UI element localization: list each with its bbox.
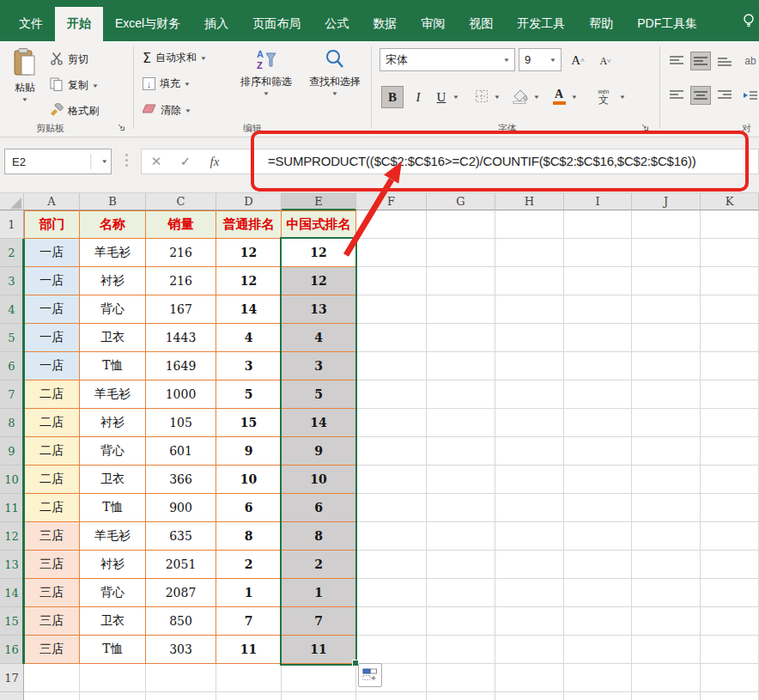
- tab-pdf-tools[interactable]: PDF工具集: [625, 7, 709, 41]
- cell-A18[interactable]: [24, 692, 80, 700]
- cell-J1[interactable]: [632, 210, 701, 239]
- cell-A7[interactable]: 二店: [24, 380, 80, 409]
- cell-J15[interactable]: [632, 607, 701, 636]
- cell-G6[interactable]: [427, 352, 495, 380]
- cell-I2[interactable]: [564, 239, 632, 267]
- cell-F13[interactable]: [356, 551, 427, 579]
- tab-home[interactable]: 开始: [55, 7, 103, 41]
- tab-help[interactable]: 帮助: [577, 7, 625, 41]
- cell-A1[interactable]: 部门: [24, 210, 80, 239]
- cell-A17[interactable]: [24, 664, 80, 692]
- cell-K5[interactable]: [701, 324, 759, 352]
- cell-J9[interactable]: [632, 437, 701, 466]
- cell-K15[interactable]: [701, 607, 759, 636]
- cell-H3[interactable]: [495, 267, 564, 295]
- cell-K8[interactable]: [701, 409, 759, 437]
- cell-J6[interactable]: [632, 352, 701, 380]
- cell-A4[interactable]: 一店: [24, 295, 80, 324]
- cell-J11[interactable]: [632, 494, 701, 522]
- cell-B17[interactable]: [80, 664, 146, 692]
- cell-K17[interactable]: [701, 664, 759, 692]
- cell-H10[interactable]: [495, 466, 564, 494]
- col-header-F[interactable]: F: [356, 193, 427, 210]
- cell-D2[interactable]: 12: [216, 239, 282, 267]
- cell-K11[interactable]: [701, 494, 759, 522]
- cell-G7[interactable]: [427, 380, 495, 409]
- cell-A8[interactable]: 二店: [24, 409, 80, 437]
- cell-F10[interactable]: [356, 466, 427, 494]
- cell-C14[interactable]: 2087: [146, 579, 216, 607]
- cell-E18[interactable]: [282, 692, 356, 700]
- cell-J18[interactable]: [632, 692, 701, 700]
- cell-I5[interactable]: [564, 324, 632, 352]
- cell-E4[interactable]: 13: [282, 295, 356, 324]
- cell-B5[interactable]: 卫衣: [80, 324, 146, 352]
- cell-C5[interactable]: 1443: [146, 324, 216, 352]
- cell-F2[interactable]: [356, 239, 427, 267]
- cell-D3[interactable]: 12: [216, 267, 282, 295]
- tab-data[interactable]: 数据: [361, 7, 409, 41]
- cell-H17[interactable]: [495, 664, 564, 692]
- cell-F15[interactable]: [356, 607, 427, 636]
- insert-function-icon[interactable]: fx: [200, 155, 229, 169]
- align-bottom-button[interactable]: [714, 52, 735, 70]
- cell-F1[interactable]: [356, 210, 427, 239]
- font-color-button[interactable]: A: [548, 84, 570, 108]
- cell-I14[interactable]: [564, 579, 632, 607]
- cell-J13[interactable]: [632, 551, 701, 579]
- enter-icon[interactable]: ✓: [171, 154, 200, 169]
- cell-B8[interactable]: 衬衫: [80, 409, 146, 437]
- cell-D17[interactable]: [216, 664, 282, 692]
- col-header-H[interactable]: H: [495, 193, 564, 210]
- cell-B7[interactable]: 羊毛衫: [80, 380, 146, 409]
- cell-C16[interactable]: 303: [146, 636, 216, 664]
- cell-C17[interactable]: [146, 664, 216, 692]
- cell-K1[interactable]: [701, 210, 759, 239]
- cell-A3[interactable]: 一店: [24, 267, 80, 295]
- cell-G2[interactable]: [427, 239, 495, 267]
- cell-H7[interactable]: [495, 380, 564, 409]
- cell-I12[interactable]: [564, 522, 632, 551]
- cell-K10[interactable]: [701, 466, 759, 494]
- cell-K4[interactable]: [701, 295, 759, 324]
- cell-F9[interactable]: [356, 437, 427, 466]
- row-header-13[interactable]: 13: [0, 551, 24, 579]
- col-header-J[interactable]: J: [632, 193, 701, 210]
- cell-F8[interactable]: [356, 409, 427, 437]
- col-header-K[interactable]: K: [701, 193, 759, 210]
- cell-B15[interactable]: 卫衣: [80, 607, 146, 636]
- cell-D12[interactable]: 8: [216, 522, 282, 551]
- tab-formulas[interactable]: 公式: [313, 7, 361, 41]
- cell-I16[interactable]: [564, 636, 632, 664]
- cell-B2[interactable]: 羊毛衫: [80, 239, 146, 267]
- cell-C6[interactable]: 1649: [146, 352, 216, 380]
- tell-me-lightbulb-icon[interactable]: [740, 12, 757, 33]
- cell-F14[interactable]: [356, 579, 427, 607]
- cell-J12[interactable]: [632, 522, 701, 551]
- cell-D4[interactable]: 14: [216, 295, 282, 324]
- cell-E6[interactable]: 3: [282, 352, 356, 380]
- cell-C9[interactable]: 601: [146, 437, 216, 466]
- cell-I7[interactable]: [564, 380, 632, 409]
- row-header-7[interactable]: 7: [0, 380, 24, 409]
- underline-dropdown-arrow[interactable]: ▼: [452, 94, 459, 100]
- cell-D11[interactable]: 6: [216, 494, 282, 522]
- align-center-button[interactable]: [690, 86, 711, 105]
- cell-A12[interactable]: 三店: [24, 522, 80, 551]
- cell-H16[interactable]: [495, 636, 564, 664]
- cell-I4[interactable]: [564, 295, 632, 324]
- cell-J4[interactable]: [632, 295, 701, 324]
- cell-E11[interactable]: 6: [282, 494, 356, 522]
- cell-C11[interactable]: 900: [146, 494, 216, 522]
- sort-filter-button[interactable]: AZ 排序和筛选 ▼: [234, 48, 299, 96]
- cell-B3[interactable]: 衬衫: [80, 267, 146, 295]
- cell-A5[interactable]: 一店: [24, 324, 80, 352]
- borders-dropdown-arrow[interactable]: ▼: [494, 94, 501, 100]
- cell-C12[interactable]: 635: [146, 522, 216, 551]
- cell-C4[interactable]: 167: [146, 295, 216, 324]
- align-top-button[interactable]: [666, 52, 687, 70]
- name-box[interactable]: E2 ▼: [4, 149, 112, 174]
- cell-B4[interactable]: 背心: [80, 295, 146, 324]
- row-header-12[interactable]: 12: [0, 522, 24, 551]
- align-right-button[interactable]: [714, 86, 735, 105]
